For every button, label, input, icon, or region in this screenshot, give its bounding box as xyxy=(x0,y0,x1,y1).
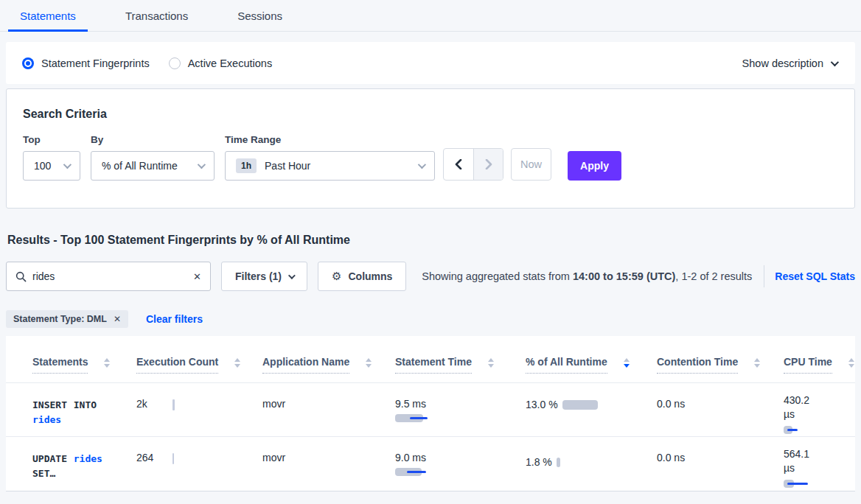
column-header-application-name[interactable]: Application Name xyxy=(262,356,395,374)
apply-button[interactable]: Apply xyxy=(568,151,621,181)
results-heading: Results - Top 100 Statement Fingerprints… xyxy=(7,234,854,247)
pct-runtime-bar xyxy=(557,458,560,467)
column-header-statement-time[interactable]: Statement Time xyxy=(395,356,526,374)
application-name-cell: movr xyxy=(262,437,395,463)
top-control: Top 100 xyxy=(23,134,91,181)
radio-active-executions[interactable]: Active Executions xyxy=(169,57,272,69)
top-select[interactable]: 100 xyxy=(23,151,80,181)
statement-cell: UPDATE rides SET… xyxy=(32,437,122,481)
execution-count-bar xyxy=(172,399,175,410)
tab-sessions[interactable]: Sessions xyxy=(226,0,294,31)
table-row: UPDATE rides SET… 264 movr 9.0 ms 1.8 % … xyxy=(6,437,855,491)
chip-close-icon[interactable]: ✕ xyxy=(114,314,121,324)
next-time-button[interactable] xyxy=(473,149,503,180)
pct-runtime-bar xyxy=(562,400,598,410)
column-header-pct-of-all-runtime[interactable]: % of All Runtime xyxy=(526,356,657,374)
search-criteria-card: Search Criteria Top 100 By % of All Runt… xyxy=(6,88,855,209)
chevron-down-icon xyxy=(198,161,206,169)
view-toggle-bar: Statement Fingerprints Active Executions… xyxy=(6,42,855,84)
column-header-statements[interactable]: Statements xyxy=(32,356,136,374)
cpu-time-bar xyxy=(784,426,855,435)
radio-selected-icon xyxy=(22,57,34,69)
search-box[interactable]: ✕ xyxy=(6,262,211,291)
sort-icon[interactable] xyxy=(848,358,854,368)
execution-count-bar xyxy=(172,453,174,464)
statements-table: Statements Execution Count Application N… xyxy=(6,336,855,491)
chevron-down-icon xyxy=(288,272,296,279)
stats-time-range: 14:00 to 15:59 (UTC) xyxy=(573,270,675,282)
cpu-time-cell: 430.2 µs xyxy=(784,383,855,435)
time-range-control: Time Range 1h Past Hour xyxy=(225,134,435,181)
tab-statements[interactable]: Statements xyxy=(8,0,88,31)
sort-icon[interactable] xyxy=(234,358,240,368)
sort-icon-active-desc[interactable] xyxy=(624,358,630,368)
statement-link[interactable]: rides xyxy=(32,414,61,425)
reset-sql-stats-link[interactable]: Reset SQL Stats xyxy=(775,270,855,282)
statement-time-cell: 9.0 ms xyxy=(395,437,526,477)
statement-time-bar xyxy=(395,468,526,477)
pct-of-all-runtime-cell: 13.0 % xyxy=(526,383,657,412)
sort-icon[interactable] xyxy=(104,358,110,368)
cpu-time-bar xyxy=(784,480,855,489)
previous-time-button[interactable] xyxy=(444,149,473,180)
filter-chip-row: Statement Type: DML ✕ Clear filters xyxy=(6,310,855,328)
pct-of-all-runtime-cell: 1.8 % xyxy=(526,437,657,468)
chevron-down-icon xyxy=(63,161,72,169)
tab-transactions[interactable]: Transactions xyxy=(114,0,200,31)
now-button[interactable]: Now xyxy=(511,148,551,181)
search-criteria-title: Search Criteria xyxy=(23,108,838,121)
top-label: Top xyxy=(23,134,91,145)
contention-time-cell: 0.0 ns xyxy=(657,383,784,410)
aggregated-stats-text: Showing aggregated stats from 14:00 to 1… xyxy=(422,270,752,282)
application-name-cell: movr xyxy=(262,383,395,410)
columns-button-label: Columns xyxy=(348,270,392,282)
statement-cell: INSERT INTO rides xyxy=(32,383,122,427)
sort-icon[interactable] xyxy=(366,358,372,368)
search-icon xyxy=(15,271,27,282)
column-header-execution-count[interactable]: Execution Count xyxy=(136,356,262,374)
statement-time-bar xyxy=(395,414,526,423)
chevron-right-icon xyxy=(484,159,493,169)
radio-statement-fingerprints[interactable]: Statement Fingerprints xyxy=(22,57,150,69)
contention-time-cell: 0.0 ns xyxy=(657,437,784,463)
by-control: By % of All Runtime xyxy=(91,134,225,181)
statement-time-cell: 9.5 ms xyxy=(395,383,526,423)
time-range-label: Time Range xyxy=(225,134,435,145)
table-row: INSERT INTO rides 2k movr 9.5 ms 13.0 % … xyxy=(6,383,855,437)
cpu-time-cell: 564.1 µs xyxy=(784,437,855,489)
columns-button[interactable]: ⚙ Columns xyxy=(318,262,406,291)
chevron-down-icon xyxy=(418,161,426,169)
chevron-down-icon xyxy=(831,57,839,66)
filter-chip-statement-type[interactable]: Statement Type: DML ✕ xyxy=(6,310,128,328)
gear-icon: ⚙ xyxy=(332,270,341,283)
top-select-value: 100 xyxy=(34,160,51,172)
chevron-left-icon xyxy=(454,159,463,169)
show-description-toggle[interactable]: Show description xyxy=(742,57,837,69)
execution-count-cell: 264 xyxy=(136,437,262,464)
time-nav-group xyxy=(443,148,503,181)
view-radio-group: Statement Fingerprints Active Executions xyxy=(22,57,272,69)
divider xyxy=(764,265,764,287)
radio-unselected-icon xyxy=(169,57,181,69)
sort-icon[interactable] xyxy=(488,358,494,368)
clear-filters-link[interactable]: Clear filters xyxy=(146,313,203,325)
filters-button[interactable]: Filters (1) xyxy=(221,262,307,291)
clear-search-icon[interactable]: ✕ xyxy=(193,271,201,282)
time-range-select[interactable]: 1h Past Hour xyxy=(225,151,435,181)
time-range-value: Past Hour xyxy=(265,160,310,172)
filter-chip-label: Statement Type: DML xyxy=(13,314,107,324)
sort-icon[interactable] xyxy=(754,358,760,368)
table-header-row: Statements Execution Count Application N… xyxy=(6,336,855,383)
column-header-contention-time[interactable]: Contention Time xyxy=(657,356,784,374)
search-input[interactable] xyxy=(32,270,193,282)
statement-link[interactable]: rides xyxy=(74,453,102,464)
by-select[interactable]: % of All Runtime xyxy=(91,151,215,181)
execution-count-cell: 2k xyxy=(136,383,262,410)
column-header-cpu-time[interactable]: CPU Time xyxy=(784,356,855,374)
filters-button-label: Filters (1) xyxy=(235,270,282,282)
radio-label: Statement Fingerprints xyxy=(41,57,150,69)
time-range-badge: 1h xyxy=(236,158,257,173)
by-label: By xyxy=(91,134,225,145)
results-toolbar: ✕ Filters (1) ⚙ Columns Showing aggregat… xyxy=(6,262,855,291)
page-tabs: Statements Transactions Sessions xyxy=(0,0,861,32)
